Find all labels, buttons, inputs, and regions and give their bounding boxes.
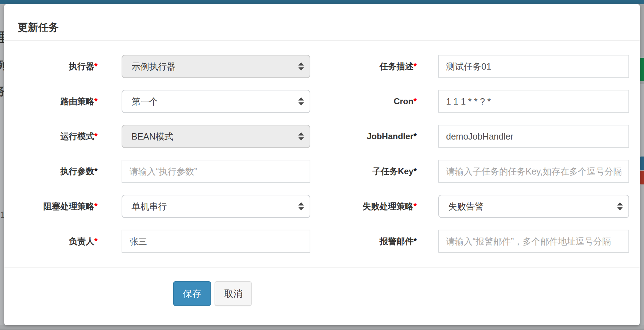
modal-title: 更新任务 <box>18 22 59 33</box>
form-row: 执行参数* 子任务Key* <box>4 160 640 183</box>
executor-label: 执行器* <box>4 55 122 78</box>
form-row: 执行器* 示例执行器 任务描述* <box>4 55 640 78</box>
select-arrows-icon <box>298 132 304 141</box>
fail-strategy-label: 失败处理策略* <box>310 195 438 218</box>
block-strategy-label: 阻塞处理策略* <box>4 195 122 218</box>
form-row: 运行模式* BEAN模式 JobHandler* <box>4 125 640 148</box>
glue-type-select-value: BEAN模式 <box>131 131 173 142</box>
route-strategy-select[interactable]: 第一个 <box>122 90 310 113</box>
job-desc-input[interactable] <box>438 55 629 78</box>
exec-param-input[interactable] <box>122 160 310 183</box>
cron-label: Cron* <box>310 90 438 113</box>
required-star: * <box>414 236 417 246</box>
save-button[interactable]: 保存 <box>173 281 211 306</box>
select-arrows-icon <box>298 98 304 106</box>
required-star: * <box>94 236 98 246</box>
form-row: 路由策略* 第一个 Cron* <box>4 90 640 113</box>
select-arrows-icon <box>298 63 304 71</box>
fail-strategy-select-value: 失败告警 <box>448 201 484 212</box>
block-strategy-select[interactable]: 单机串行 <box>122 195 310 218</box>
fail-strategy-select[interactable]: 失败告警 <box>438 195 629 218</box>
required-star: * <box>94 131 98 141</box>
route-strategy-label: 路由策略* <box>4 90 122 113</box>
required-star: * <box>414 61 417 71</box>
required-star: * <box>94 166 98 176</box>
author-label: 负责人* <box>4 230 122 253</box>
cron-input[interactable] <box>438 90 629 113</box>
backdrop-table-header-fragment <box>639 4 644 57</box>
backdrop-divider-fragment <box>639 81 644 84</box>
required-star: * <box>94 201 98 211</box>
form-row: 阻塞处理策略* 单机串行 失败处理策略* 失败告警 <box>4 195 640 218</box>
glue-type-label: 运行模式* <box>4 125 122 148</box>
backdrop-green-button-fragment <box>639 58 644 81</box>
required-star: * <box>414 96 417 106</box>
author-input[interactable] <box>122 230 310 253</box>
page-top-navbar <box>0 0 644 4</box>
job-handler-label: JobHandler* <box>310 125 438 148</box>
update-task-form: 执行器* 示例执行器 任务描述* 路由策略* 第一个 Cron* 运行模式* B… <box>4 41 640 253</box>
select-arrows-icon <box>617 202 623 211</box>
update-task-modal: 更新任务 执行器* 示例执行器 任务描述* 路由策略* 第一个 Cron* 运行… <box>4 4 640 325</box>
backdrop-blue-button-fragment <box>639 157 644 170</box>
required-star: * <box>414 201 417 211</box>
executor-select: 示例执行器 <box>122 55 310 78</box>
modal-footer: 保存 取消 <box>4 267 640 306</box>
form-row: 负责人* 报警邮件* <box>4 230 640 253</box>
required-star: * <box>414 166 417 176</box>
cancel-button[interactable]: 取消 <box>215 281 252 306</box>
modal-header: 更新任务 <box>4 4 640 41</box>
child-jobkey-label: 子任务Key* <box>310 160 438 183</box>
backdrop-bottom-edge <box>0 325 644 330</box>
child-jobkey-input[interactable] <box>438 160 629 183</box>
exec-param-label: 执行参数* <box>4 160 122 183</box>
alarm-email-label: 报警邮件* <box>310 230 438 253</box>
executor-select-value: 示例执行器 <box>131 61 176 72</box>
job-desc-label: 任务描述* <box>310 55 438 78</box>
route-strategy-select-value: 第一个 <box>131 96 158 107</box>
backdrop-red-button-fragment <box>639 171 644 184</box>
required-star: * <box>94 61 98 71</box>
block-strategy-select-value: 单机串行 <box>131 201 167 212</box>
job-handler-input[interactable] <box>438 125 629 148</box>
alarm-email-input[interactable] <box>438 230 629 253</box>
select-arrows-icon <box>298 202 304 211</box>
required-star: * <box>94 96 98 106</box>
glue-type-select: BEAN模式 <box>122 125 310 148</box>
required-star: * <box>414 131 417 141</box>
